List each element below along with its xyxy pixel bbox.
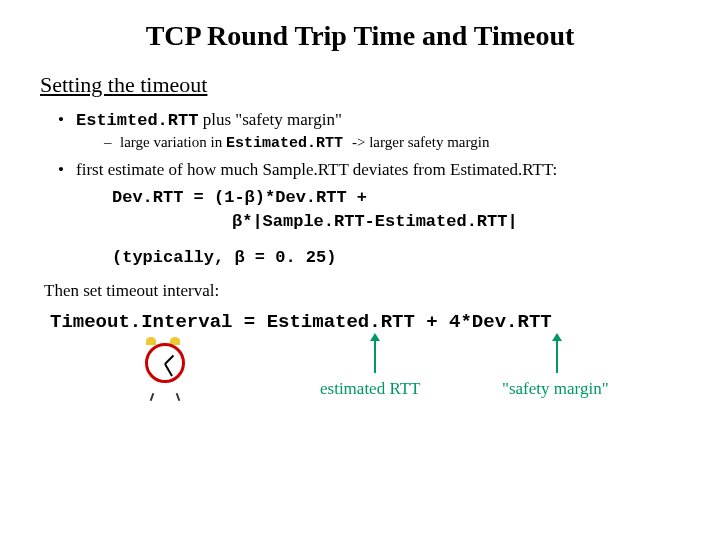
beta-typical: (typically, β = 0. 25) xyxy=(112,248,680,267)
arrow-up-icon xyxy=(556,339,558,373)
bullet-1: Estimted.RTT plus "safety margin" large … xyxy=(58,110,680,152)
bullet-1-text: plus "safety margin" xyxy=(198,110,341,129)
bullet-2-text: first estimate of how much Sample.RTT de… xyxy=(76,160,557,179)
then-text: Then set timeout interval: xyxy=(44,281,680,301)
sub-bullet-1: large variation in Estimated.RTT -> larg… xyxy=(104,134,680,152)
annotation-estimated-rtt: estimated RTT xyxy=(320,379,420,399)
slide-title: TCP Round Trip Time and Timeout xyxy=(40,20,680,52)
estimated-rtt-var: Estimted.RTT xyxy=(76,111,198,130)
annotation-area: estimated RTT "safety margin" xyxy=(40,339,680,429)
estimated-rtt-var-2: Estimated.RTT xyxy=(226,135,352,152)
timeout-interval-formula: Timeout.Interval = Estimated.RTT + 4*Dev… xyxy=(50,311,680,333)
sub-bullet-rest: -> larger safety margin xyxy=(352,134,489,150)
dev-rtt-formula: Dev.RTT = (1-β)*Dev.RTT + β*|Sample.RTT-… xyxy=(112,186,680,234)
formula-line-1: Dev.RTT = (1-β)*Dev.RTT + xyxy=(112,186,680,210)
arrow-up-icon xyxy=(374,339,376,373)
bullet-list: Estimted.RTT plus "safety margin" large … xyxy=(40,110,680,267)
bullet-2: first estimate of how much Sample.RTT de… xyxy=(58,160,680,267)
formula-line-2: β*|Sample.RTT-Estimated.RTT| xyxy=(112,210,680,234)
section-subtitle: Setting the timeout xyxy=(40,72,680,98)
annotation-safety-margin: "safety margin" xyxy=(502,379,609,399)
sub-bullet-prefix: large variation in xyxy=(120,134,226,150)
alarm-clock-icon xyxy=(140,343,190,393)
